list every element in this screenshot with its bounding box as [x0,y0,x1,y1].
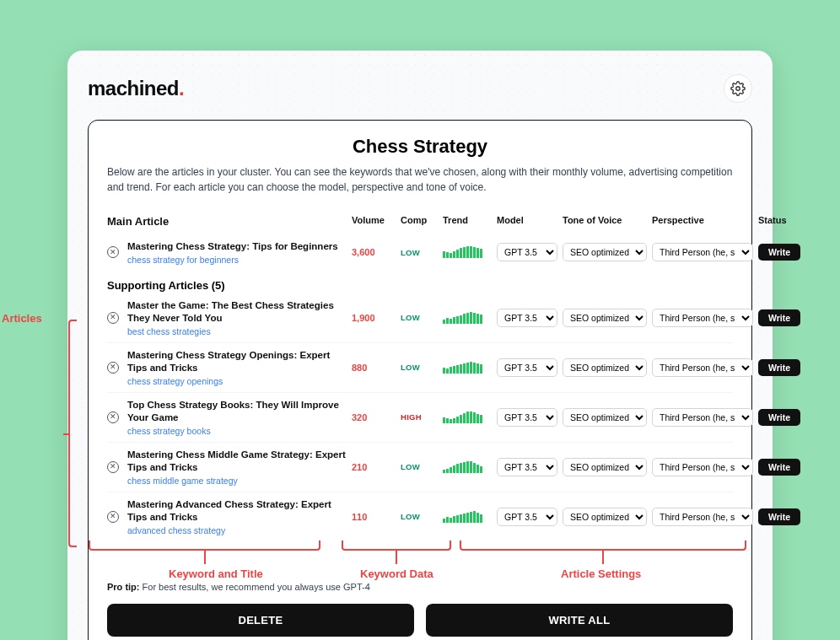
article-title: Mastering Chess Middle Game Strategy: Ex… [127,449,347,475]
app-window: machined. Chess Strategy Below are the a… [67,51,773,640]
trend-sparkline [443,411,492,423]
anno-keyword-data: Keyword Data [360,567,433,580]
write-button[interactable]: Write [758,359,800,376]
article-keyword: chess middle game strategy [127,476,347,486]
remove-article-button[interactable]: ✕ [107,246,119,258]
pro-tip: Pro tip: For best results, we recommend … [107,582,733,592]
article-row: ✕Top Chess Strategy Books: They Will Imp… [107,392,733,442]
article-title: Mastering Chess Strategy Openings: Exper… [127,349,347,375]
perspective-select[interactable]: Third Person (he, she, it, t [652,243,753,261]
tone-select[interactable]: SEO optimized ( [563,508,647,526]
supporting-header: Supporting Articles (5) [107,279,733,292]
anno-articles: Articles [2,312,42,325]
cluster-panel: Chess Strategy Below are the articles in… [88,120,752,640]
settings-button[interactable] [724,74,752,103]
article-keyword: chess strategy books [127,426,347,436]
model-select[interactable]: GPT 3.5 [497,309,557,327]
main-article-header: Main Article [107,215,347,228]
article-keyword: best chess strategies [127,326,347,336]
col-comp: Comp [401,215,438,225]
col-perspective: Perspective [652,215,753,225]
perspective-select[interactable]: Third Person (he, she, it, t [652,309,753,327]
tone-select[interactable]: SEO optimized ( [563,358,647,377]
competition-value: LOW [401,462,438,471]
write-button[interactable]: Write [758,459,800,476]
article-title: Top Chess Strategy Books: They Will Impr… [127,399,347,425]
col-model: Model [497,215,557,225]
perspective-select[interactable]: Third Person (he, she, it, t [652,408,753,427]
volume-value: 110 [352,512,396,522]
trend-sparkline [443,246,492,258]
title-cell: Mastering Chess Strategy Openings: Exper… [127,349,347,386]
footer-actions: DELETE WRITE ALL [107,604,733,637]
cluster-description: Below are the articles in your cluster. … [107,164,733,195]
tone-select[interactable]: SEO optimized ( [563,309,647,327]
write-all-button[interactable]: WRITE ALL [426,604,733,637]
tone-select[interactable]: SEO optimized ( [563,408,647,427]
trend-sparkline [443,461,492,473]
brand-name: machined [88,77,179,99]
anno-keyword-title: Keyword and Title [169,567,263,580]
article-keyword: chess strategy openings [127,376,347,386]
article-title: Mastering Chess Strategy: Tips for Begin… [127,240,347,254]
model-select[interactable]: GPT 3.5 [497,408,557,427]
volume-value: 1,900 [352,313,396,323]
brand-logo: machined. [88,77,184,100]
remove-article-button[interactable]: ✕ [107,362,119,374]
svg-point-0 [736,87,740,91]
delete-button[interactable]: DELETE [107,604,414,637]
column-headers: Main Article Volume Comp Trend Model Ton… [107,207,733,234]
pro-tip-label: Pro tip: [107,582,140,592]
anno-article-settings: Article Settings [561,567,641,580]
article-row: ✕Master the Game: The Best Chess Strateg… [107,293,733,342]
competition-value: LOW [401,248,438,257]
write-button[interactable]: Write [758,244,800,261]
remove-article-button[interactable]: ✕ [107,461,119,473]
competition-value: LOW [401,313,438,322]
title-cell: Mastering Chess Strategy: Tips for Begin… [127,240,347,265]
article-row: ✕Mastering Chess Strategy Openings: Expe… [107,342,733,392]
title-cell: Mastering Advanced Chess Strategy: Exper… [127,498,347,535]
competition-value: LOW [401,363,438,372]
trend-sparkline [443,511,492,523]
gear-icon [730,81,746,96]
title-cell: Master the Game: The Best Chess Strategi… [127,299,347,336]
col-trend: Trend [443,215,492,225]
article-keyword: chess strategy for beginners [127,255,347,265]
volume-value: 3,600 [352,247,396,257]
title-cell: Top Chess Strategy Books: They Will Impr… [127,399,347,436]
article-row: ✕Mastering Chess Strategy: Tips for Begi… [107,234,733,271]
remove-article-button[interactable]: ✕ [107,411,119,423]
volume-value: 210 [352,462,396,472]
trend-sparkline [443,312,492,324]
article-row: ✕Mastering Advanced Chess Strategy: Expe… [107,492,733,541]
article-title: Mastering Advanced Chess Strategy: Exper… [127,498,347,524]
perspective-select[interactable]: Third Person (he, she, it, t [652,358,753,377]
perspective-select[interactable]: Third Person (he, she, it, t [652,458,753,476]
remove-article-button[interactable]: ✕ [107,511,119,523]
write-button[interactable]: Write [758,508,800,525]
remove-article-button[interactable]: ✕ [107,312,119,324]
col-tone: Tone of Voice [563,215,647,225]
article-title: Master the Game: The Best Chess Strategi… [127,299,347,325]
col-volume: Volume [352,215,396,225]
model-select[interactable]: GPT 3.5 [497,243,557,261]
competition-value: LOW [401,512,438,521]
pro-tip-text: For best results, we recommend you alway… [140,582,370,592]
model-select[interactable]: GPT 3.5 [497,508,557,526]
title-cell: Mastering Chess Middle Game Strategy: Ex… [127,449,347,486]
brand-dot: . [179,77,184,99]
volume-value: 320 [352,412,396,422]
write-button[interactable]: Write [758,309,800,326]
model-select[interactable]: GPT 3.5 [497,458,557,476]
perspective-select[interactable]: Third Person (he, she, it, t [652,508,753,526]
volume-value: 880 [352,363,396,373]
article-keyword: advanced chess strategy [127,525,347,535]
write-button[interactable]: Write [758,409,800,426]
model-select[interactable]: GPT 3.5 [497,358,557,377]
top-bar: machined. [88,74,752,103]
tone-select[interactable]: SEO optimized ( [563,458,647,476]
tone-select[interactable]: SEO optimized ( [563,243,647,261]
col-status: Status [758,215,800,225]
cluster-title: Chess Strategy [107,136,733,158]
